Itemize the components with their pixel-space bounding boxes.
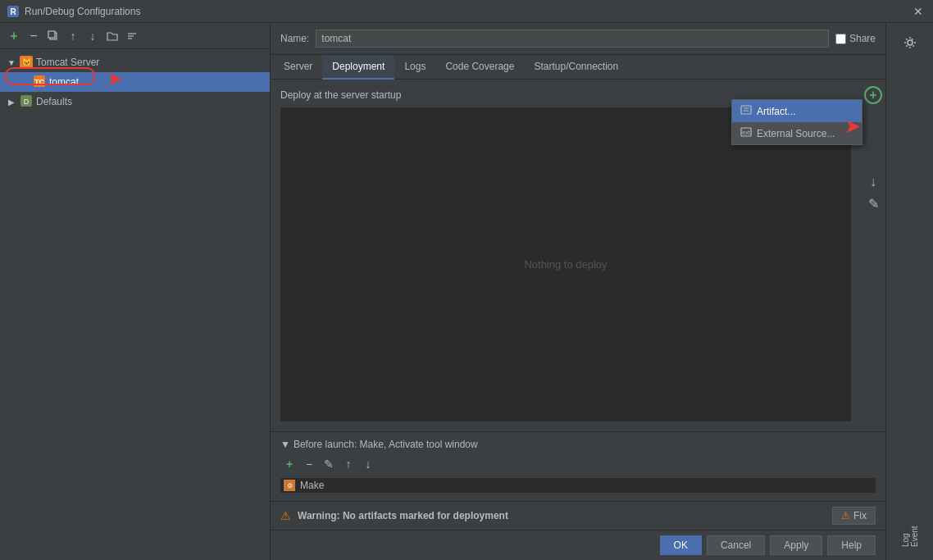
share-button[interactable]: Share [835, 33, 876, 44]
remove-config-button[interactable]: − [25, 27, 43, 45]
copy-config-button[interactable] [44, 27, 62, 45]
tabs-row: Server Deployment Logs Code Coverage Sta… [271, 55, 885, 80]
dropdown-artifact[interactable]: Artifact... [732, 100, 862, 122]
tab-startup-connection[interactable]: Startup/Connection [524, 55, 628, 80]
tab-logs[interactable]: Logs [394, 55, 435, 80]
make-item: ⚙ Make [280, 478, 876, 493]
warning-icon: ⚠ [280, 509, 291, 522]
svg-text:TC: TC [34, 78, 44, 86]
nothing-to-deploy-text: Nothing to deploy [524, 258, 607, 271]
add-deploy-button[interactable]: + [864, 86, 882, 104]
window-title: Run/Debug Configurations [25, 6, 905, 17]
left-toolbar: + − ↑ ↓ [0, 23, 270, 49]
warning-bold: Warning: No artifacts marked for deploym… [298, 510, 508, 521]
tree-item-tomcat-label: tomcat [49, 76, 79, 88]
make-icon: ⚙ [284, 480, 295, 491]
bl-remove-button[interactable]: − [300, 455, 318, 473]
app-icon: R [7, 5, 20, 18]
svg-text:D: D [24, 98, 30, 106]
before-launch-toolbar: + − ✎ ↑ ↓ [280, 455, 876, 473]
before-launch-header: ▼ Before launch: Make, Activate tool win… [280, 439, 876, 450]
tab-deployment[interactable]: Deployment [322, 55, 394, 80]
warning-bar: ⚠ Warning: No artifacts marked for deplo… [271, 501, 885, 530]
artifact-icon [740, 104, 752, 118]
move-down-deploy-button[interactable]: ↓ [864, 173, 882, 191]
name-label: Name: [280, 33, 309, 44]
event-log-button[interactable]: Event Log [894, 514, 926, 547]
warning-text: Warning: No artifacts marked for deploym… [298, 510, 826, 521]
svg-text:ext: ext [742, 130, 749, 135]
tab-server[interactable]: Server [274, 55, 322, 80]
move-down-button[interactable]: ↓ [84, 27, 102, 45]
before-launch-text: Before launch: Make, Activate tool windo… [294, 439, 478, 450]
external-source-icon: ext [740, 126, 752, 140]
make-label: Make [300, 480, 324, 491]
dialog-bottom: OK Cancel Apply Help [271, 530, 885, 560]
event-log-label: Event Log [901, 514, 919, 547]
far-right-panel: Event Log [885, 23, 933, 560]
svg-text:R: R [10, 7, 16, 16]
dropdown-menu: Artifact... ext External Source... [731, 99, 862, 145]
svg-point-16 [908, 40, 913, 45]
dropdown-external-source[interactable]: ext External Source... [732, 122, 862, 144]
ok-button[interactable]: OK [660, 535, 702, 555]
bl-up-button[interactable]: ↑ [339, 455, 357, 473]
right-panel: Name: Share Server Deployment Logs Code … [271, 23, 885, 560]
content-area: Deploy at the server startup Nothing to … [271, 80, 885, 431]
deploy-list: Nothing to deploy [280, 107, 851, 421]
tree-group-label: Tomcat Server [36, 57, 99, 68]
tomcat-config-icon: TC [33, 75, 46, 90]
cancel-button[interactable]: Cancel [707, 535, 765, 555]
fix-button[interactable]: ⚠ Fix [832, 507, 876, 525]
tree-item-defaults[interactable]: ▶ D Defaults [0, 92, 270, 112]
bl-edit-button[interactable]: ✎ [320, 455, 338, 473]
defaults-arrow: ▶ [7, 97, 16, 107]
server-icon: 🐱 [20, 56, 33, 69]
folder-button[interactable] [103, 27, 121, 45]
help-button[interactable]: Help [827, 535, 876, 555]
svg-rect-11 [741, 106, 751, 114]
side-buttons: + Artifact... [861, 80, 885, 431]
defaults-icon: D [20, 94, 33, 110]
name-row: Name: Share [271, 23, 885, 55]
title-bar: R Run/Debug Configurations ✕ [0, 0, 933, 23]
edit-deploy-button[interactable]: ✎ [864, 194, 882, 212]
sort-button[interactable] [123, 27, 141, 45]
left-panel: + − ↑ ↓ [0, 23, 271, 560]
close-button[interactable]: ✕ [910, 3, 926, 20]
far-right-settings-button[interactable] [894, 26, 926, 59]
bl-down-button[interactable]: ↓ [359, 455, 377, 473]
config-tree: ▼ 🐱 Tomcat Server ▶ TC tomcat ▶ [0, 49, 270, 560]
tab-code-coverage[interactable]: Code Coverage [435, 55, 524, 80]
share-checkbox[interactable] [835, 34, 846, 44]
bl-add-button[interactable]: + [280, 455, 298, 473]
apply-button[interactable]: Apply [770, 535, 822, 555]
expand-arrow: ▼ [7, 57, 16, 67]
before-launch-arrow: ▼ [280, 439, 290, 450]
defaults-label: Defaults [36, 96, 72, 107]
move-up-button[interactable]: ↑ [64, 27, 82, 45]
add-config-button[interactable]: + [5, 27, 23, 45]
external-source-label: External Source... [757, 128, 835, 139]
artifact-label: Artifact... [757, 106, 795, 117]
svg-rect-3 [48, 31, 55, 38]
fix-label: Fix [853, 510, 867, 521]
tree-group-tomcat-server[interactable]: ▼ 🐱 Tomcat Server [0, 52, 270, 72]
before-launch-section: ▼ Before launch: Make, Activate tool win… [271, 431, 885, 501]
tree-item-tomcat[interactable]: ▶ TC tomcat [0, 72, 270, 92]
fix-warning-icon: ⚠ [841, 510, 850, 521]
share-label: Share [849, 33, 876, 44]
name-input[interactable] [316, 30, 829, 48]
